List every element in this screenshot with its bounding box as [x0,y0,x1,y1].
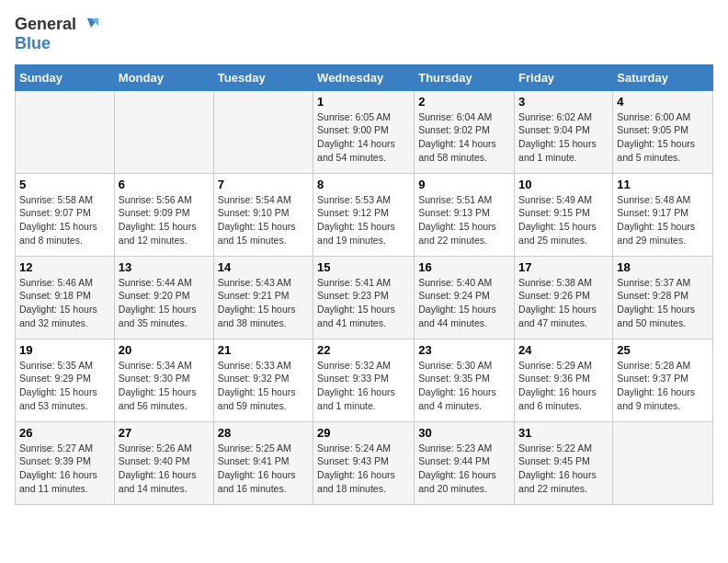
calendar-cell: 1Sunrise: 6:05 AMSunset: 9:00 PMDaylight… [313,90,415,173]
day-number: 16 [418,260,510,274]
calendar-cell [16,90,115,173]
day-number: 14 [218,260,309,274]
calendar-cell: 4Sunrise: 6:00 AMSunset: 9:05 PMDaylight… [613,90,713,173]
calendar-cell: 22Sunrise: 5:32 AMSunset: 9:33 PMDayligh… [313,339,415,421]
logo: General Blue [15,15,98,53]
day-info: Sunrise: 5:54 AMSunset: 9:10 PMDaylight:… [218,193,309,247]
day-info: Sunrise: 5:28 AMSunset: 9:37 PMDaylight:… [617,359,709,413]
day-info: Sunrise: 5:25 AMSunset: 9:41 PMDaylight:… [218,442,309,496]
day-number: 19 [19,343,110,357]
calendar-cell: 3Sunrise: 6:02 AMSunset: 9:04 PMDaylight… [515,90,613,173]
day-info: Sunrise: 5:40 AMSunset: 9:24 PMDaylight:… [418,276,510,330]
calendar-cell: 15Sunrise: 5:41 AMSunset: 9:23 PMDayligh… [313,256,415,339]
day-number: 15 [317,260,410,274]
day-info: Sunrise: 5:38 AMSunset: 9:26 PMDaylight:… [518,276,609,330]
logo-text-blue: Blue [15,35,51,53]
col-header-thursday: Thursday [415,64,515,90]
calendar-cell: 25Sunrise: 5:28 AMSunset: 9:37 PMDayligh… [613,339,713,421]
calendar-cell: 29Sunrise: 5:24 AMSunset: 9:43 PMDayligh… [313,421,415,504]
calendar-cell: 23Sunrise: 5:30 AMSunset: 9:35 PMDayligh… [415,339,515,421]
calendar-cell: 12Sunrise: 5:46 AMSunset: 9:18 PMDayligh… [16,256,115,339]
day-number: 26 [19,426,110,440]
calendar-cell: 27Sunrise: 5:26 AMSunset: 9:40 PMDayligh… [114,421,213,504]
day-info: Sunrise: 6:05 AMSunset: 9:00 PMDaylight:… [317,110,410,165]
day-info: Sunrise: 6:00 AMSunset: 9:05 PMDaylight:… [617,110,709,165]
col-header-wednesday: Wednesday [313,64,415,90]
day-info: Sunrise: 5:30 AMSunset: 9:35 PMDaylight:… [418,359,510,413]
calendar-cell: 31Sunrise: 5:22 AMSunset: 9:45 PMDayligh… [515,421,613,504]
col-header-sunday: Sunday [16,64,115,90]
page-header: General Blue [15,15,713,53]
calendar-cell: 17Sunrise: 5:38 AMSunset: 9:26 PMDayligh… [515,256,613,339]
calendar-cell: 7Sunrise: 5:54 AMSunset: 9:10 PMDaylight… [213,173,313,256]
day-info: Sunrise: 5:49 AMSunset: 9:15 PMDaylight:… [518,193,609,247]
day-number: 24 [518,343,609,357]
day-number: 8 [317,178,410,191]
day-info: Sunrise: 5:32 AMSunset: 9:33 PMDaylight:… [317,359,410,413]
calendar-cell: 20Sunrise: 5:34 AMSunset: 9:30 PMDayligh… [114,339,213,421]
day-info: Sunrise: 6:02 AMSunset: 9:04 PMDaylight:… [518,110,609,165]
day-number: 2 [418,95,510,109]
day-info: Sunrise: 5:27 AMSunset: 9:39 PMDaylight:… [19,442,110,496]
calendar-week-5: 26Sunrise: 5:27 AMSunset: 9:39 PMDayligh… [16,421,713,504]
col-header-saturday: Saturday [613,64,713,90]
day-info: Sunrise: 5:58 AMSunset: 9:07 PMDaylight:… [19,193,110,247]
day-number: 7 [218,178,309,191]
day-info: Sunrise: 5:29 AMSunset: 9:36 PMDaylight:… [518,359,609,413]
day-info: Sunrise: 5:46 AMSunset: 9:18 PMDaylight:… [19,276,110,330]
day-info: Sunrise: 5:24 AMSunset: 9:43 PMDaylight:… [317,442,410,496]
day-info: Sunrise: 5:41 AMSunset: 9:23 PMDaylight:… [317,276,410,330]
day-info: Sunrise: 5:44 AMSunset: 9:20 PMDaylight:… [119,276,210,330]
day-info: Sunrise: 5:34 AMSunset: 9:30 PMDaylight:… [119,359,210,413]
calendar-cell: 14Sunrise: 5:43 AMSunset: 9:21 PMDayligh… [213,256,313,339]
col-header-monday: Monday [114,64,213,90]
day-number: 23 [418,343,510,357]
calendar-week-1: 1Sunrise: 6:05 AMSunset: 9:00 PMDaylight… [16,90,713,173]
day-number: 30 [418,426,510,440]
calendar-cell: 10Sunrise: 5:49 AMSunset: 9:15 PMDayligh… [515,173,613,256]
day-number: 10 [518,178,609,191]
day-number: 21 [218,343,309,357]
day-info: Sunrise: 5:26 AMSunset: 9:40 PMDaylight:… [119,442,210,496]
calendar-cell: 8Sunrise: 5:53 AMSunset: 9:12 PMDaylight… [313,173,415,256]
day-number: 9 [418,178,510,191]
day-number: 12 [19,260,110,274]
day-number: 3 [518,95,609,109]
calendar-week-3: 12Sunrise: 5:46 AMSunset: 9:18 PMDayligh… [16,256,713,339]
day-number: 22 [317,343,410,357]
day-number: 6 [119,178,210,191]
calendar-cell: 24Sunrise: 5:29 AMSunset: 9:36 PMDayligh… [515,339,613,421]
calendar-cell: 26Sunrise: 5:27 AMSunset: 9:39 PMDayligh… [16,421,115,504]
calendar-week-2: 5Sunrise: 5:58 AMSunset: 9:07 PMDaylight… [16,173,713,256]
day-number: 18 [617,260,709,274]
calendar-cell: 28Sunrise: 5:25 AMSunset: 9:41 PMDayligh… [213,421,313,504]
logo-text-general: General [15,16,76,34]
day-info: Sunrise: 5:37 AMSunset: 9:28 PMDaylight:… [617,276,709,330]
calendar-cell: 16Sunrise: 5:40 AMSunset: 9:24 PMDayligh… [415,256,515,339]
calendar-cell: 13Sunrise: 5:44 AMSunset: 9:20 PMDayligh… [114,256,213,339]
calendar-cell: 2Sunrise: 6:04 AMSunset: 9:02 PMDaylight… [415,90,515,173]
day-number: 5 [19,178,110,191]
day-number: 20 [119,343,210,357]
calendar-cell [213,90,313,173]
calendar-cell: 6Sunrise: 5:56 AMSunset: 9:09 PMDaylight… [114,173,213,256]
day-info: Sunrise: 5:22 AMSunset: 9:45 PMDaylight:… [518,442,609,496]
day-number: 31 [518,426,609,440]
calendar-cell: 30Sunrise: 5:23 AMSunset: 9:44 PMDayligh… [415,421,515,504]
calendar-cell: 5Sunrise: 5:58 AMSunset: 9:07 PMDaylight… [16,173,115,256]
day-number: 11 [617,178,709,191]
day-number: 4 [617,95,709,109]
day-number: 25 [617,343,709,357]
calendar-table: SundayMondayTuesdayWednesdayThursdayFrid… [15,64,713,505]
calendar-cell: 19Sunrise: 5:35 AMSunset: 9:29 PMDayligh… [16,339,115,421]
calendar-cell: 18Sunrise: 5:37 AMSunset: 9:28 PMDayligh… [613,256,713,339]
day-info: Sunrise: 5:35 AMSunset: 9:29 PMDaylight:… [19,359,110,413]
day-number: 29 [317,426,410,440]
calendar-cell: 21Sunrise: 5:33 AMSunset: 9:32 PMDayligh… [213,339,313,421]
day-number: 1 [317,95,410,109]
day-info: Sunrise: 5:33 AMSunset: 9:32 PMDaylight:… [218,359,309,413]
day-info: Sunrise: 5:43 AMSunset: 9:21 PMDaylight:… [218,276,309,330]
calendar-cell [613,421,713,504]
day-info: Sunrise: 5:51 AMSunset: 9:13 PMDaylight:… [418,193,510,247]
day-number: 28 [218,426,309,440]
